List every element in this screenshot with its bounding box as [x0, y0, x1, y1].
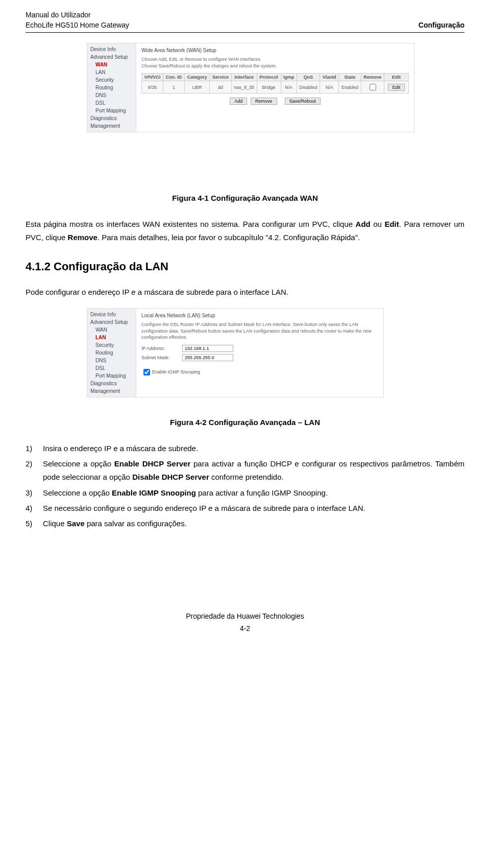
sidebar-item-advanced-setup[interactable]: Advanced Setup	[87, 318, 136, 326]
step-2: Seleccione a opção Enable DHCP Server pa…	[26, 457, 464, 484]
subnet-mask-input[interactable]	[182, 354, 233, 361]
th-remove: Remove	[361, 74, 384, 81]
step-4: Se necessário configure o segundo endere…	[26, 502, 464, 515]
header-section: Configuração	[419, 20, 464, 31]
wan-setup-title: Wide Area Network (WAN) Setup	[141, 48, 409, 53]
page-header: Manual do Utilizador EchoLife HG510 Home…	[26, 10, 464, 30]
th-state: State	[339, 74, 361, 81]
step-1: Insira o endereço IP e a máscara de subr…	[26, 442, 464, 455]
ip-address-label: IP Address:	[141, 346, 182, 351]
th-vpivci: VPI/VCI	[142, 74, 163, 81]
sidebar-item-port-mapping[interactable]: Port Mapping	[87, 107, 136, 114]
router-sidebar-2: Device Info Advanced Setup WAN LAN Secur…	[87, 309, 136, 397]
sidebar-item-management[interactable]: Management	[87, 387, 136, 395]
igmp-snooping-label: Enable IGMP Snooping	[152, 369, 200, 374]
sidebar-item-device-info[interactable]: Device Info	[87, 311, 136, 318]
th-qos: QoS	[297, 74, 320, 81]
lan-setup-desc: Configure the DSL Router IP Address and …	[141, 321, 378, 341]
page-footer: Propriedade da Huawei Technologies 4-2	[26, 612, 464, 632]
igmp-snooping-checkbox[interactable]	[143, 369, 150, 376]
figure-4-1-screenshot: Device Info Advanced Setup WAN LAN Secur…	[87, 43, 413, 132]
sidebar-item-routing[interactable]: Routing	[87, 349, 136, 357]
sidebar-item-advanced-setup[interactable]: Advanced Setup	[87, 53, 136, 61]
heading-4-1-2: 4.1.2 Configuração da LAN	[26, 260, 464, 273]
wan-setup-desc: Choose Add, Edit, or Remove to configure…	[141, 56, 409, 69]
sidebar-item-dsl[interactable]: DSL	[87, 364, 136, 372]
lan-setup-title: Local Area Network (LAN) Setup	[141, 313, 378, 318]
sidebar-item-dns[interactable]: DNS	[87, 91, 136, 99]
paragraph-lan-intro: Pode configurar o endereço IP e a máscar…	[26, 286, 464, 299]
sidebar-item-wan[interactable]: WAN	[87, 61, 136, 68]
figure-4-2-caption: Figura 4-2 Configuração Avançada – LAN	[26, 418, 464, 427]
remove-button[interactable]: Remove	[251, 98, 277, 105]
sidebar-item-routing[interactable]: Routing	[87, 84, 136, 91]
header-title-2: EchoLife HG510 Home Gateway	[26, 20, 129, 31]
sidebar-item-dsl[interactable]: DSL	[87, 99, 136, 107]
th-conid: Con. ID	[163, 74, 185, 81]
steps-list: Insira o endereço IP e a máscara de subr…	[26, 442, 464, 531]
step-3: Seleccione a opção Enable IGMP Snooping …	[26, 486, 464, 500]
remove-checkbox[interactable]	[370, 84, 376, 90]
sidebar-item-device-info[interactable]: Device Info	[87, 45, 136, 53]
sidebar-item-dns[interactable]: DNS	[87, 357, 136, 364]
th-igmp: Igmp	[281, 74, 297, 81]
step-5: Clique Save para salvar as configurações…	[26, 517, 464, 530]
add-button[interactable]: Add	[230, 98, 247, 105]
page-number: 4-2	[26, 624, 464, 632]
table-row: 8/35 1 UBR dd nas_8_35 Bridge N/A Disabl…	[142, 81, 409, 93]
th-category: Category	[184, 74, 209, 81]
th-service: Service	[210, 74, 231, 81]
sidebar-item-port-mapping[interactable]: Port Mapping	[87, 372, 136, 380]
sidebar-item-diagnostics[interactable]: Diagnostics	[87, 380, 136, 387]
figure-4-1-caption: Figura 4-1 Configuração Avançada WAN	[26, 194, 464, 202]
ip-address-input[interactable]	[182, 345, 233, 352]
header-title-1: Manual do Utilizador	[26, 10, 129, 20]
paragraph-wan-description: Esta página mostra os interfaces WAN exi…	[26, 218, 464, 245]
save-reboot-button[interactable]: Save/Reboot	[285, 98, 321, 105]
sidebar-item-security[interactable]: Security	[87, 76, 136, 84]
edit-row-button[interactable]: Edit	[388, 84, 405, 91]
sidebar-item-management[interactable]: Management	[87, 122, 136, 130]
sidebar-item-lan[interactable]: LAN	[87, 334, 136, 341]
th-protocol: Protocol	[257, 74, 281, 81]
sidebar-item-lan[interactable]: LAN	[87, 68, 136, 76]
th-vlanid: VlanId	[320, 74, 339, 81]
figure-4-2-screenshot: Device Info Advanced Setup WAN LAN Secur…	[87, 308, 413, 397]
header-divider	[26, 32, 464, 33]
th-interface: Interface	[231, 74, 257, 81]
footer-copyright: Propriedade da Huawei Technologies	[26, 612, 464, 620]
router-sidebar: Device Info Advanced Setup WAN LAN Secur…	[87, 43, 136, 132]
sidebar-item-diagnostics[interactable]: Diagnostics	[87, 114, 136, 122]
sidebar-item-wan[interactable]: WAN	[87, 326, 136, 334]
wan-table: VPI/VCI Con. ID Category Service Interfa…	[141, 73, 409, 93]
subnet-mask-label: Subnet Mask:	[141, 355, 182, 360]
th-edit: Edit	[384, 74, 408, 81]
sidebar-item-security[interactable]: Security	[87, 341, 136, 349]
